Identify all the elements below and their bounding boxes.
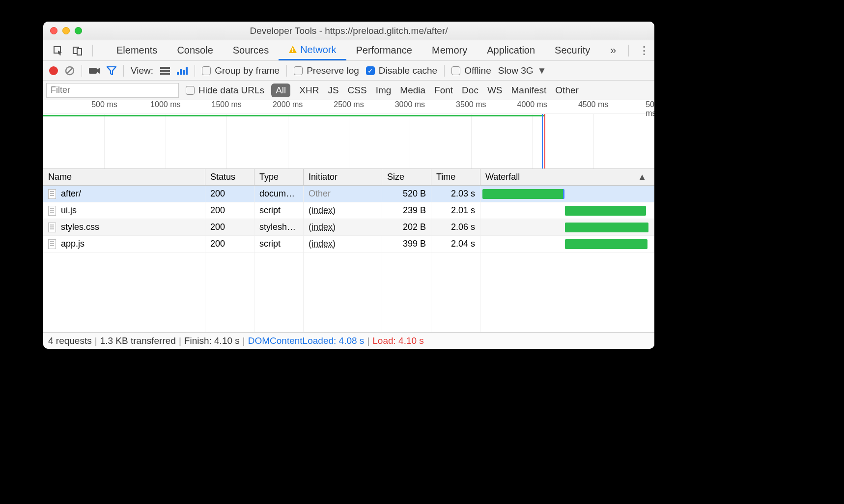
request-status: 200 (205, 219, 254, 235)
timeline-overview[interactable]: 500 ms1000 ms1500 ms2000 ms2500 ms3000 m… (43, 100, 654, 169)
request-initiator[interactable]: (index) (309, 205, 336, 216)
device-toggle-icon[interactable] (68, 40, 87, 60)
table-row[interactable]: styles.css200stylesh…(index)202 B2.06 s (43, 219, 654, 236)
overview-icon[interactable] (177, 67, 188, 75)
clear-icon[interactable] (65, 66, 75, 76)
hide-data-urls-checkbox[interactable]: Hide data URLs (186, 85, 264, 96)
file-icon (48, 239, 56, 249)
column-status[interactable]: Status (205, 169, 254, 185)
status-bar: 4 requests| 1.3 KB transferred| Finish: … (43, 332, 654, 349)
waterfall-bar (565, 223, 648, 232)
request-name: app.js (61, 239, 84, 249)
ruler-tick: 2500 ms (334, 100, 364, 109)
table-header: NameStatusTypeInitiatorSizeTimeWaterfall… (43, 169, 654, 186)
ruler-tick: 1500 ms (212, 100, 242, 109)
type-filter-other[interactable]: Other (555, 85, 579, 96)
throttling-value: Slow 3G (498, 65, 534, 76)
tab-label: Performance (356, 45, 413, 56)
large-rows-icon[interactable] (160, 67, 170, 75)
table-row[interactable]: ui.js200script(index)239 B2.01 s (43, 202, 654, 219)
filter-icon[interactable] (107, 66, 116, 75)
svg-rect-2 (77, 49, 82, 55)
type-filter-media[interactable]: Media (400, 85, 425, 96)
type-filter-css[interactable]: CSS (348, 85, 367, 96)
column-label: Waterfall (485, 172, 520, 182)
column-time[interactable]: Time (431, 169, 480, 185)
tab-label: Sources (233, 45, 269, 56)
table-row[interactable]: app.js200script(index)399 B2.04 s (43, 236, 654, 252)
type-filter-doc[interactable]: Doc (462, 85, 478, 96)
tab-elements[interactable]: Elements (107, 40, 167, 60)
column-type[interactable]: Type (254, 169, 304, 185)
tab-security[interactable]: Security (545, 40, 600, 60)
tab-label: Security (555, 45, 590, 56)
tab-performance[interactable]: Performance (346, 40, 422, 60)
request-waterfall (480, 236, 654, 252)
type-filter-ws[interactable]: WS (487, 85, 503, 96)
type-filter-font[interactable]: Font (434, 85, 453, 96)
column-waterfall[interactable]: Waterfall▲ (480, 169, 654, 185)
svg-rect-13 (183, 70, 185, 75)
request-time: 2.03 s (431, 186, 480, 202)
file-icon (48, 189, 56, 199)
preserve-log-checkbox[interactable]: Preserve log (294, 65, 359, 76)
sort-asc-icon: ▲ (638, 172, 647, 182)
tab-console[interactable]: Console (167, 40, 223, 60)
request-initiator: Other (309, 189, 331, 199)
filter-input[interactable] (46, 83, 179, 98)
request-waterfall (480, 219, 654, 235)
kebab-menu-icon[interactable]: ⋮ (634, 40, 654, 60)
hide-data-urls-label: Hide data URLs (198, 85, 264, 96)
throttling-select[interactable]: Slow 3G ▼ (498, 65, 547, 76)
tab-sources[interactable]: Sources (223, 40, 279, 60)
type-filter-all[interactable]: All (271, 84, 290, 97)
svg-rect-9 (160, 70, 170, 72)
svg-rect-4 (292, 51, 293, 52)
group-by-frame-label: Group by frame (215, 65, 280, 76)
request-status: 200 (205, 186, 254, 202)
column-label: Name (48, 172, 72, 182)
devtools-window: Developer Tools - https://preload.glitch… (43, 22, 654, 349)
request-time: 2.06 s (431, 219, 480, 235)
record-button[interactable] (49, 66, 58, 75)
group-by-frame-checkbox[interactable]: Group by frame (202, 65, 280, 76)
disable-cache-checkbox[interactable]: ✓ Disable cache (366, 65, 437, 76)
request-initiator[interactable]: (index) (309, 222, 336, 232)
more-tabs-icon[interactable]: » (603, 40, 623, 60)
column-name[interactable]: Name (43, 169, 205, 185)
type-filter-manifest[interactable]: Manifest (511, 85, 547, 96)
ruler-tick: 3000 ms (395, 100, 425, 109)
type-filter-xhr[interactable]: XHR (299, 85, 319, 96)
inspect-icon[interactable] (48, 40, 68, 60)
request-status: 200 (205, 236, 254, 252)
status-domcontentloaded: DOMContentLoaded: 4.08 s (248, 336, 365, 346)
request-waterfall (480, 186, 654, 202)
tab-application[interactable]: Application (477, 40, 545, 60)
ruler-tick: 4500 ms (578, 100, 608, 109)
request-time: 2.01 s (431, 202, 480, 219)
request-size: 399 B (382, 236, 431, 252)
request-initiator[interactable]: (index) (309, 239, 336, 249)
tab-label: Memory (432, 45, 467, 56)
status-finish: Finish: 4.10 s (184, 336, 240, 346)
network-toolbar: View: Group by frame Preserve log ✓ Disa… (43, 61, 654, 81)
tab-memory[interactable]: Memory (422, 40, 477, 60)
ruler-tick: 2000 ms (273, 100, 303, 109)
svg-rect-7 (89, 68, 97, 74)
type-filter-img[interactable]: Img (376, 85, 392, 96)
ruler-tick: 4000 ms (517, 100, 547, 109)
offline-checkbox[interactable]: Offline (451, 65, 491, 76)
table-row[interactable]: after/200docum…Other520 B2.03 s (43, 186, 654, 202)
tab-label: Network (300, 44, 336, 56)
column-label: Size (387, 172, 404, 182)
warning-icon (288, 45, 297, 54)
chevron-down-icon: ▼ (537, 65, 547, 76)
request-size: 239 B (382, 202, 431, 219)
capture-screenshots-icon[interactable] (89, 67, 100, 75)
type-filter-js[interactable]: JS (328, 85, 338, 96)
request-status: 200 (205, 202, 254, 219)
column-initiator[interactable]: Initiator (304, 169, 382, 185)
column-size[interactable]: Size (382, 169, 431, 185)
request-size: 520 B (382, 186, 431, 202)
tab-network[interactable]: Network (279, 40, 346, 60)
